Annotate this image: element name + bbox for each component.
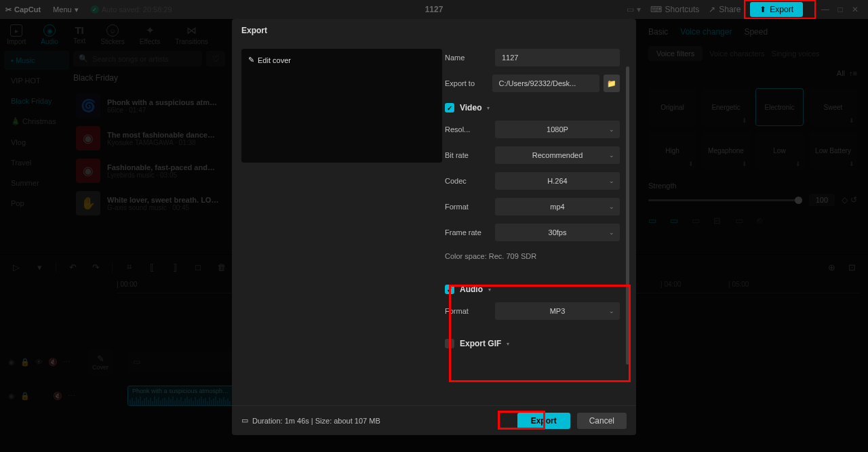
gif-section-label: Export GIF: [460, 339, 501, 348]
export-modal: Export ✎ Edit cover Name Export to 📁: [232, 19, 636, 435]
caret-icon[interactable]: ▾: [487, 105, 490, 111]
chevron-down-icon: ⌄: [609, 178, 614, 184]
audio-format-select[interactable]: MP3⌄: [495, 302, 620, 320]
share-button[interactable]: ↗ Share: [709, 5, 741, 14]
bitrate-select[interactable]: Recommended⌄: [495, 146, 620, 164]
browse-button[interactable]: 📁: [604, 75, 620, 92]
autosaved-status: ✓Auto saved: 20:58:29: [91, 5, 172, 14]
check-icon: ✓: [91, 5, 99, 14]
audio-checkbox[interactable]: ✓: [445, 285, 454, 294]
name-input[interactable]: [495, 49, 620, 66]
duration-info: ▭ Duration: 1m 46s | Size: about 107 MB: [241, 416, 380, 425]
framerate-label: Frame rate: [445, 228, 495, 237]
modal-title: Export: [232, 19, 636, 42]
video-section-label: Video: [460, 103, 481, 112]
edit-cover-button[interactable]: ✎ Edit cover: [248, 56, 291, 64]
format-label: Format: [445, 203, 495, 211]
topbar: ✂ CapCut Menu ▾ ✓Auto saved: 20:58:29 11…: [0, 0, 868, 19]
caret-icon[interactable]: ▾: [488, 287, 491, 293]
chevron-down-icon: ⌄: [609, 203, 614, 210]
colorspace-info: Color space: Rec. 709 SDR: [445, 252, 620, 260]
resolution-label: Resol...: [445, 125, 495, 133]
export-to-label: Export to: [445, 79, 492, 87]
ratio-icon[interactable]: ▭ ▾: [627, 5, 640, 14]
bitrate-label: Bit rate: [445, 151, 495, 159]
video-checkbox[interactable]: ✓: [445, 103, 454, 112]
chevron-down-icon: ⌄: [609, 229, 614, 236]
resolution-select[interactable]: 1080P⌄: [495, 121, 620, 138]
gif-checkbox[interactable]: [445, 339, 454, 348]
modal-overlay: Export ✎ Edit cover Name Export to 📁: [0, 19, 868, 452]
app-logo: ✂ CapCut: [5, 5, 41, 14]
export-to-input[interactable]: [492, 75, 599, 92]
chevron-down-icon: ⌄: [609, 126, 614, 133]
project-title: 1127: [425, 5, 443, 14]
chevron-down-icon: ⌄: [609, 308, 614, 314]
menu-button[interactable]: Menu ▾: [46, 3, 85, 16]
codec-select[interactable]: H.264⌄: [495, 172, 620, 190]
export-button-top[interactable]: ⬆ Export: [750, 2, 803, 17]
chevron-down-icon: ⌄: [609, 152, 614, 159]
preview-box: ✎ Edit cover: [241, 49, 442, 163]
name-label: Name: [445, 54, 495, 62]
audio-section-label: Audio: [460, 285, 483, 294]
export-button[interactable]: Export: [517, 413, 570, 429]
format-select[interactable]: mp4⌄: [495, 198, 620, 215]
codec-label: Codec: [445, 177, 495, 185]
scrollbar[interactable]: [626, 66, 629, 365]
cancel-button[interactable]: Cancel: [577, 413, 627, 429]
framerate-select[interactable]: 30fps⌄: [495, 224, 620, 241]
close-icon[interactable]: ✕: [848, 2, 863, 17]
minimize-icon[interactable]: —: [818, 2, 833, 17]
shortcuts-button[interactable]: ⌨ Shortcuts: [650, 5, 700, 14]
caret-icon[interactable]: ▾: [507, 341, 509, 347]
maximize-icon[interactable]: □: [833, 2, 848, 17]
audio-format-label: Format: [445, 307, 495, 315]
